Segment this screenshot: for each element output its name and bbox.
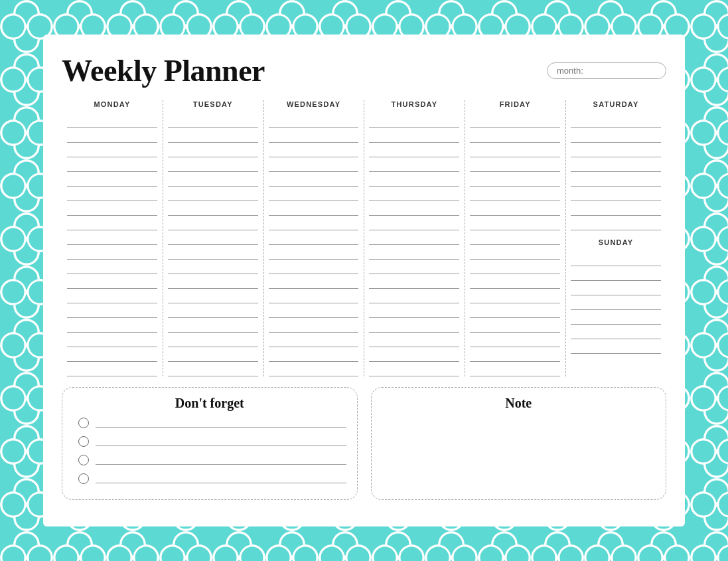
day-line (168, 274, 258, 289)
day-line (470, 201, 560, 216)
day-line (269, 289, 359, 303)
day-line (168, 114, 258, 128)
day-line (571, 143, 661, 157)
day-line (168, 230, 258, 245)
day-line (470, 128, 560, 143)
day-line (571, 172, 661, 187)
day-line (269, 230, 359, 245)
day-line (67, 260, 157, 274)
day-line (369, 260, 459, 274)
day-line (571, 252, 661, 266)
check-item (78, 455, 346, 465)
day-line (67, 187, 157, 201)
days-grid: MONDAYTUESDAYWEDNESDAYTHURSDAYFRIDAYSATU… (62, 100, 666, 376)
check-circle[interactable] (78, 473, 89, 484)
day-line (269, 128, 359, 143)
day-line (168, 362, 258, 376)
planner-card: Weekly Planner MONDAYTUESDAYWEDNESDAYTHU… (43, 35, 685, 526)
month-input[interactable] (547, 62, 666, 79)
check-line (96, 437, 346, 446)
check-item (78, 418, 346, 428)
day-line (369, 245, 459, 260)
day-line (369, 172, 459, 187)
day-line (571, 281, 661, 295)
day-line (571, 128, 661, 143)
day-line (168, 157, 258, 172)
day-line (168, 201, 258, 216)
day-line (369, 333, 459, 347)
day-line (369, 347, 459, 362)
day-line (571, 114, 661, 128)
day-line (67, 143, 157, 157)
day-line (67, 362, 157, 376)
day-line (571, 187, 661, 201)
day-line (168, 303, 258, 318)
day-line (470, 114, 560, 128)
day-line (470, 303, 560, 318)
day-line (269, 187, 359, 201)
dont-forget-title: Don't forget (73, 396, 346, 411)
note-title: Note (382, 396, 656, 411)
day-line (269, 201, 359, 216)
day-line (168, 187, 258, 201)
day-line (369, 157, 459, 172)
check-circle[interactable] (78, 455, 89, 465)
dont-forget-box: Don't forget (62, 387, 358, 500)
day-line (269, 143, 359, 157)
day-line (168, 289, 258, 303)
day-line (369, 143, 459, 157)
day-line (269, 157, 359, 172)
day-line (168, 333, 258, 347)
check-item (78, 436, 346, 447)
check-line (96, 474, 346, 483)
day-line (269, 362, 359, 376)
day-line (571, 216, 661, 230)
bottom-section: Don't forget Note (62, 387, 666, 500)
day-line (470, 187, 560, 201)
day-line (269, 333, 359, 347)
day-name-sunday: SUNDAY (571, 238, 661, 246)
check-circle[interactable] (78, 436, 89, 447)
planner-header: Weekly Planner (62, 53, 666, 88)
day-line (571, 339, 661, 354)
day-line (269, 303, 359, 318)
day-line (369, 362, 459, 376)
day-line (67, 333, 157, 347)
check-line (96, 455, 346, 465)
day-line (269, 274, 359, 289)
day-name-saturday: SATURDAY (571, 100, 661, 108)
day-line (470, 143, 560, 157)
check-circle[interactable] (78, 418, 89, 428)
day-line (67, 201, 157, 216)
day-line (269, 347, 359, 362)
day-line (369, 303, 459, 318)
sat-sun-col: SATURDAYSUNDAY (565, 100, 666, 376)
day-line (67, 274, 157, 289)
day-line (67, 172, 157, 187)
day-line (269, 318, 359, 333)
day-line (470, 216, 560, 230)
day-line (168, 260, 258, 274)
day-col-tuesday: TUESDAY (163, 100, 263, 376)
day-line (67, 216, 157, 230)
day-line (571, 325, 661, 339)
day-line (470, 362, 560, 376)
page-title: Weekly Planner (62, 53, 265, 88)
day-line (67, 303, 157, 318)
day-line (168, 128, 258, 143)
day-line (369, 289, 459, 303)
day-col-monday: MONDAY (62, 100, 163, 376)
day-line (470, 318, 560, 333)
day-line (571, 295, 661, 310)
day-line (369, 230, 459, 245)
day-line (571, 310, 661, 325)
day-line (369, 318, 459, 333)
day-line (470, 289, 560, 303)
day-line (269, 172, 359, 187)
day-line (67, 289, 157, 303)
day-line (269, 245, 359, 260)
day-line (369, 128, 459, 143)
day-line (269, 260, 359, 274)
note-box: Note (371, 387, 667, 500)
day-col-friday: FRIDAY (465, 100, 565, 376)
